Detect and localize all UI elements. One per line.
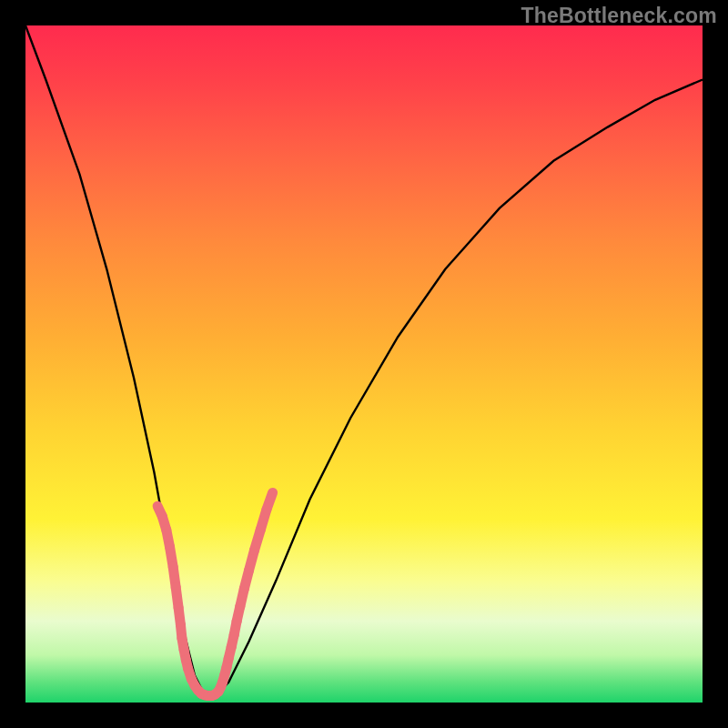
bottleneck-curve-svg — [25, 25, 703, 703]
marker-segment — [267, 492, 273, 510]
marker-overlay — [157, 492, 273, 695]
watermark-text: TheBottleneck.com — [521, 4, 717, 28]
chart-background — [25, 25, 703, 703]
bottleneck-curve — [25, 25, 703, 696]
